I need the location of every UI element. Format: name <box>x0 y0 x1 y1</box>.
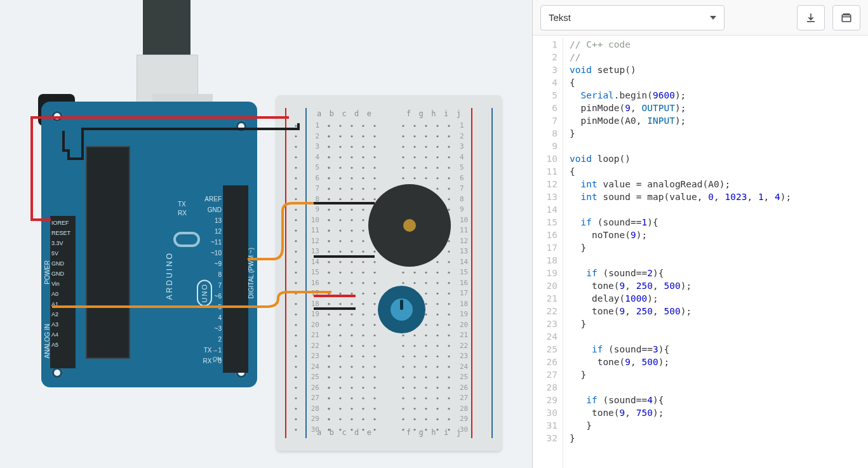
line-number: 15 <box>533 216 558 229</box>
line-number: 14 <box>533 203 558 216</box>
download-icon <box>805 12 817 23</box>
digital-group-label: DIGITAL (PWM ~) <box>248 248 255 298</box>
rx-label: RX <box>178 210 187 217</box>
code-mode-dropdown[interactable]: Tekst <box>540 5 724 30</box>
pin-label-3: ~3 <box>196 325 222 332</box>
on-label: ON <box>213 356 222 362</box>
code-line[interactable]: { <box>570 76 791 89</box>
line-number: 21 <box>533 292 558 305</box>
line-number: 29 <box>533 394 558 406</box>
pin-label-10: ~10 <box>196 250 222 257</box>
line-number: 8 <box>533 127 558 140</box>
code-line[interactable]: tone(9, 250, 500); <box>570 279 791 292</box>
code-line[interactable] <box>570 254 791 267</box>
line-number: 23 <box>533 318 558 330</box>
line-number: 13 <box>533 191 558 203</box>
code-line[interactable]: int value = analogRead(A0); <box>570 178 791 191</box>
code-line[interactable]: tone(9, 750); <box>570 406 791 419</box>
pin-label-a3: A3 <box>51 321 58 328</box>
code-line[interactable]: if (sound==3){ <box>570 343 791 356</box>
code-line[interactable]: pinMode(A0, INPUT); <box>570 114 791 127</box>
code-line[interactable]: } <box>570 419 791 432</box>
potentiometer-knob[interactable] <box>391 298 413 321</box>
pin-label-5: ~5 <box>196 304 222 311</box>
line-number: 6 <box>533 102 558 114</box>
code-line[interactable]: } <box>570 318 791 330</box>
line-number: 28 <box>533 381 558 394</box>
left-minus-rail <box>305 108 307 438</box>
usb-cable <box>143 0 190 57</box>
pin-label-tx1: TX→1 <box>196 347 222 354</box>
download-button[interactable] <box>797 5 825 30</box>
pin-label-4: 4 <box>196 314 222 321</box>
line-number-gutter: 1234567891011121314151617181920212223242… <box>533 38 563 468</box>
code-line[interactable]: tone(9, 250, 500); <box>570 305 791 318</box>
line-number: 20 <box>533 279 558 292</box>
pin-label-3.3v: 3.3V <box>51 240 63 246</box>
line-number: 10 <box>533 152 558 165</box>
code-line[interactable]: { <box>570 165 791 178</box>
code-line[interactable]: } <box>570 127 791 140</box>
right-pin-header[interactable] <box>223 185 248 373</box>
code-panel: Tekst 1234567891011121314151617181920212… <box>532 0 868 468</box>
code-line[interactable]: if (sound==2){ <box>570 267 791 279</box>
arduino-uno-board[interactable]: ARDUINO UNO IOREFRESET3.3V5VGNDGNDVinA0A… <box>41 102 257 387</box>
code-line[interactable]: } <box>570 241 791 254</box>
breadboard[interactable]: abcdefghij abcdefghij 123456789101112131… <box>276 95 502 451</box>
code-line[interactable] <box>570 330 791 343</box>
piezo-buzzer[interactable] <box>368 184 451 267</box>
code-editor[interactable]: 1234567891011121314151617181920212223242… <box>533 36 868 468</box>
line-number: 4 <box>533 76 558 89</box>
potentiometer[interactable] <box>378 286 425 333</box>
line-number: 30 <box>533 406 558 419</box>
code-content[interactable]: // C++ code//void setup(){ Serial.begin(… <box>563 38 791 468</box>
line-number: 17 <box>533 241 558 254</box>
code-line[interactable]: // <box>570 51 791 64</box>
code-line[interactable]: if (sound==1){ <box>570 216 791 229</box>
line-number: 31 <box>533 419 558 432</box>
code-line[interactable]: noTone(9); <box>570 229 791 241</box>
line-number: 26 <box>533 356 558 368</box>
breadboard-row-numbers-left: 1234567891011121314151617181920212223242… <box>310 121 319 435</box>
code-line[interactable]: if (sound==4){ <box>570 394 791 406</box>
pin-label-2: 2 <box>196 336 222 343</box>
code-line[interactable]: // C++ code <box>570 38 791 51</box>
left-plus-rail <box>285 108 286 438</box>
pin-label-reset: RESET <box>51 230 70 236</box>
code-line[interactable] <box>570 140 791 152</box>
code-line[interactable]: tone(9, 500); <box>570 356 791 368</box>
library-icon <box>841 12 852 23</box>
pin-label-a4: A4 <box>51 331 58 338</box>
line-number: 7 <box>533 114 558 127</box>
breadboard-row-numbers-right: 1234567891011121314151617181920212223242… <box>460 121 469 435</box>
arduino-brand: ARDUINO <box>165 251 174 300</box>
code-line[interactable] <box>570 381 791 394</box>
code-line[interactable]: pinMode(9, OUTPUT); <box>570 102 791 114</box>
breadboard-col-labels-top: abcdefghij <box>317 109 461 118</box>
analog-group-label: ANALOG IN <box>44 324 51 358</box>
svg-rect-0 <box>842 15 851 22</box>
circuit-canvas[interactable]: ARDUINO UNO IOREFRESET3.3V5VGNDGNDVinA0A… <box>0 0 532 468</box>
code-line[interactable]: } <box>570 432 791 445</box>
line-number: 3 <box>533 64 558 76</box>
pin-label-7: 7 <box>196 282 222 289</box>
pin-label-8: 8 <box>196 271 222 278</box>
code-line[interactable]: void setup() <box>570 64 791 76</box>
pin-label-11: ~11 <box>196 239 222 246</box>
line-number: 18 <box>533 254 558 267</box>
code-line[interactable]: } <box>570 368 791 381</box>
line-number: 22 <box>533 305 558 318</box>
code-line[interactable]: delay(1000); <box>570 292 791 305</box>
code-line[interactable]: Serial.begin(9600); <box>570 89 791 102</box>
library-button[interactable] <box>832 5 860 30</box>
line-number: 12 <box>533 178 558 191</box>
code-line[interactable] <box>570 203 791 216</box>
code-line[interactable]: void loop() <box>570 152 791 165</box>
line-number: 24 <box>533 330 558 343</box>
code-toolbar: Tekst <box>533 0 868 36</box>
pin-label-vin: Vin <box>51 281 60 287</box>
code-line[interactable]: int sound = map(value, 0, 1023, 1, 4); <box>570 191 791 203</box>
line-number: 25 <box>533 343 558 356</box>
line-number: 1 <box>533 38 558 51</box>
pin-label-gnd: GND <box>196 206 222 213</box>
